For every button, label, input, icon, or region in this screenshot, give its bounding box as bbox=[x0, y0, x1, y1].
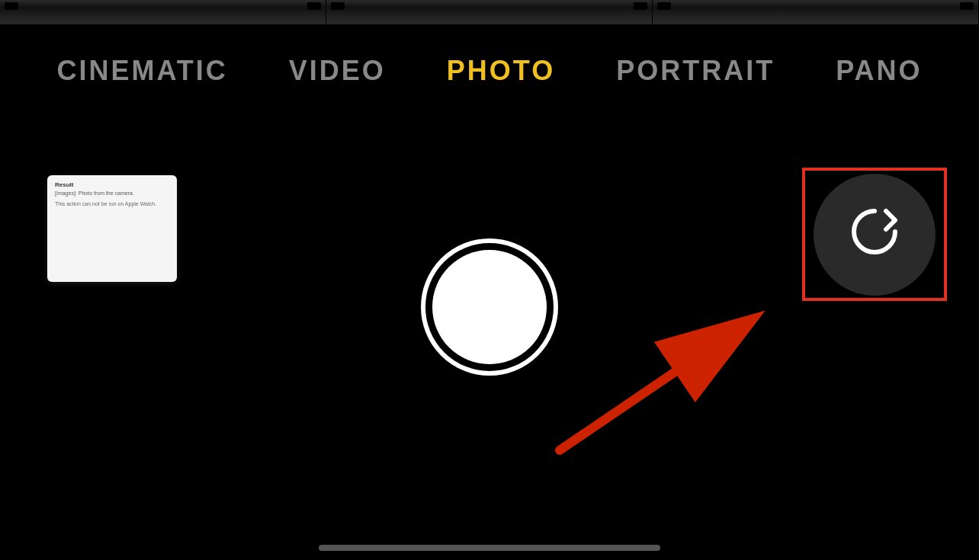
filmstrip-segment-2 bbox=[326, 0, 653, 24]
main-area: Result [Images]: Photo from the camera. … bbox=[0, 99, 979, 560]
mode-bar: CINEMATIC VIDEO PHOTO PORTRAIT PANO bbox=[0, 24, 979, 110]
filmstrip-segment-3 bbox=[653, 0, 979, 24]
flip-camera-button[interactable] bbox=[802, 168, 947, 301]
filmstrip bbox=[0, 0, 979, 24]
filmstrip-segment-1 bbox=[0, 0, 326, 24]
tab-pano[interactable]: PANO bbox=[805, 47, 952, 94]
tab-portrait[interactable]: PORTRAIT bbox=[586, 47, 805, 94]
tab-photo[interactable]: PHOTO bbox=[416, 47, 586, 94]
svg-line-1 bbox=[560, 321, 750, 450]
flip-circle bbox=[814, 174, 936, 296]
home-indicator bbox=[319, 545, 660, 551]
thumbnail-action-note: This action can not be run on Apple Watc… bbox=[55, 200, 169, 208]
flip-camera-icon bbox=[844, 200, 905, 269]
tab-video[interactable]: VIDEO bbox=[258, 47, 416, 94]
thumbnail-card: Result [Images]: Photo from the camera. … bbox=[47, 175, 177, 282]
thumbnail-result-desc: [Images]: Photo from the camera. bbox=[55, 190, 169, 196]
thumbnail-result-label: Result bbox=[55, 181, 169, 188]
tab-cinematic[interactable]: CINEMATIC bbox=[26, 47, 258, 94]
arrow-annotation bbox=[544, 298, 788, 469]
shutter-button[interactable] bbox=[421, 238, 558, 376]
shutter-inner bbox=[432, 250, 547, 364]
